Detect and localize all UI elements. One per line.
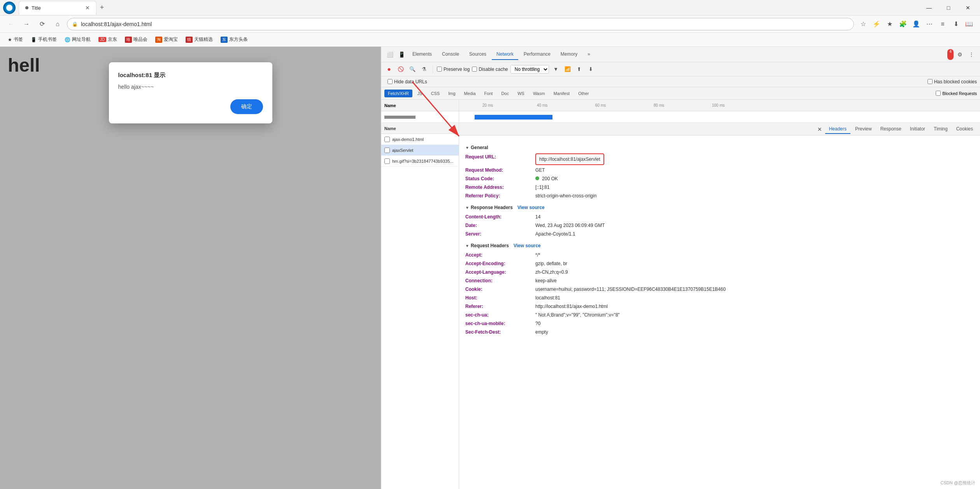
address-text: localhost:81/ajax-demo1.html bbox=[81, 21, 849, 27]
record-button[interactable]: ● bbox=[384, 65, 394, 74]
tab-elements[interactable]: Elements bbox=[408, 49, 437, 60]
devtools-more-icon[interactable]: ⋮ bbox=[966, 49, 977, 60]
clear-button[interactable]: 🚫 bbox=[396, 65, 405, 74]
blocked-requests-checkbox[interactable] bbox=[936, 91, 941, 96]
filter-media[interactable]: Media bbox=[461, 90, 479, 97]
filter-ws[interactable]: WS bbox=[514, 90, 528, 97]
blocked-requests-label[interactable]: Blocked Requests bbox=[936, 91, 977, 96]
request-headers-toggle-icon[interactable]: ▼ bbox=[465, 244, 469, 248]
network-item-ajax-demo[interactable]: ajax-demo1.html bbox=[381, 134, 459, 145]
tab-memory[interactable]: Memory bbox=[556, 49, 582, 60]
import-icon[interactable]: ⬆ bbox=[575, 65, 584, 74]
back-button[interactable]: ← bbox=[5, 18, 17, 30]
throttling-select[interactable]: No throttling bbox=[510, 65, 549, 74]
response-headers-view-source[interactable]: View source bbox=[517, 205, 545, 210]
tick-80ms: 80 ms bbox=[654, 103, 664, 107]
modal-confirm-button[interactable]: 确定 bbox=[230, 99, 263, 114]
export-icon[interactable]: ⬇ bbox=[586, 65, 596, 74]
headers-tab-preview[interactable]: Preview bbox=[851, 125, 876, 134]
filter-wasm[interactable]: Wasm bbox=[529, 90, 549, 97]
filter-img[interactable]: Img bbox=[445, 90, 459, 97]
tab-close-button[interactable]: ✕ bbox=[85, 5, 90, 11]
bookmark-item-star[interactable]: ★ 书签 bbox=[5, 35, 26, 44]
filter-font[interactable]: Font bbox=[481, 90, 496, 97]
bookmark-item-vip[interactable]: 唯 唯品会 bbox=[122, 35, 151, 44]
filter-button[interactable]: ⚗ bbox=[419, 65, 429, 74]
headers-tab-timing[interactable]: Timing bbox=[930, 125, 952, 134]
tab-performance[interactable]: Performance bbox=[519, 49, 555, 60]
tab-sources[interactable]: Sources bbox=[465, 49, 491, 60]
network-item-checkbox[interactable] bbox=[384, 158, 390, 164]
close-button[interactable]: ✕ bbox=[959, 2, 977, 14]
disable-cache-checkbox[interactable] bbox=[472, 67, 477, 72]
response-headers-toggle-icon[interactable]: ▼ bbox=[465, 206, 469, 210]
headers-tab-cookies[interactable]: Cookies bbox=[952, 125, 977, 134]
sidebar-button[interactable]: ≡ bbox=[936, 18, 949, 30]
filter-manifest[interactable]: Manifest bbox=[550, 90, 573, 97]
general-toggle-icon[interactable]: ▼ bbox=[465, 146, 469, 150]
throttle-down-icon[interactable]: ▼ bbox=[551, 65, 561, 74]
referrer-policy-value: strict-origin-when-cross-origin bbox=[535, 192, 974, 199]
bookmark-item-taobao[interactable]: 淘 爱淘宝 bbox=[152, 35, 181, 44]
maximize-button[interactable]: □ bbox=[940, 2, 957, 14]
modal-message: hello ajax~~~~ bbox=[118, 84, 263, 90]
headers-panel-close[interactable]: ✕ bbox=[815, 125, 824, 134]
devtools-inspect-icon[interactable]: ⬜ bbox=[384, 49, 395, 60]
cookie-value: username=huihui; password=111; JSESSIONI… bbox=[535, 286, 974, 293]
user-button[interactable]: 👤 bbox=[910, 18, 922, 30]
bookmark-item-nav[interactable]: 🌐 网址导航 bbox=[61, 35, 94, 44]
headers-tab-response[interactable]: Response bbox=[877, 125, 905, 134]
tab-more[interactable]: » bbox=[583, 49, 595, 60]
devtools-device-icon[interactable]: 📱 bbox=[396, 49, 407, 60]
search-button[interactable]: 🔍 bbox=[408, 65, 417, 74]
forward-button[interactable]: → bbox=[20, 18, 33, 30]
bookmark-item-jd[interactable]: JD 京东 bbox=[95, 35, 120, 44]
preserve-log-checkbox[interactable] bbox=[437, 67, 442, 72]
hide-data-urls-label[interactable]: Hide data URLs bbox=[387, 79, 427, 84]
request-headers-view-source[interactable]: View source bbox=[514, 243, 541, 248]
network-item-checkbox[interactable] bbox=[384, 148, 390, 153]
tab-network[interactable]: Network bbox=[492, 49, 518, 60]
has-blocked-cookies-checkbox[interactable] bbox=[927, 79, 933, 84]
lightning-button[interactable]: ⚡ bbox=[870, 18, 883, 30]
wifi-icon[interactable]: 📶 bbox=[563, 65, 572, 74]
bookmark-icon: 东 bbox=[221, 37, 228, 43]
download-button[interactable]: ⬇ bbox=[950, 18, 962, 30]
bookmark-item-dftt[interactable]: 东 东方头条 bbox=[217, 35, 251, 44]
bookmark-star-button[interactable]: ☆ bbox=[857, 18, 870, 30]
disable-cache-label[interactable]: Disable cache bbox=[472, 67, 508, 72]
headers-tab-initiator[interactable]: Initiator bbox=[906, 125, 929, 134]
filter-css[interactable]: CSS bbox=[428, 90, 444, 97]
headers-tab-headers[interactable]: Headers bbox=[825, 125, 850, 134]
filter-doc[interactable]: Doc bbox=[498, 90, 513, 97]
devtools-settings-icon[interactable]: ⚙ bbox=[954, 49, 965, 60]
reload-button[interactable]: ⟳ bbox=[36, 18, 48, 30]
new-tab-button[interactable]: + bbox=[96, 2, 107, 13]
bookmark-item-mobile[interactable]: 📱 手机书签 bbox=[28, 35, 60, 44]
filter-fetch-xhr[interactable]: Fetch/XHR bbox=[384, 90, 412, 97]
read-button[interactable]: 📖 bbox=[963, 18, 975, 30]
favorite-button[interactable]: ★ bbox=[884, 18, 896, 30]
preserve-log-label[interactable]: Preserve log bbox=[437, 67, 470, 72]
bookmark-item-tmall[interactable]: 猫 天猫精选 bbox=[182, 35, 216, 44]
minimize-button[interactable]: — bbox=[920, 2, 938, 14]
network-item-ajax-servlet[interactable]: ajaxServlet bbox=[381, 145, 459, 156]
hide-data-urls-checkbox[interactable] bbox=[387, 79, 393, 84]
filter-other[interactable]: Other bbox=[575, 90, 593, 97]
extensions-button[interactable]: 🧩 bbox=[897, 18, 909, 30]
address-bar[interactable]: 🔒 localhost:81/ajax-demo1.html bbox=[67, 18, 854, 30]
request-url-label: Request URL: bbox=[465, 153, 535, 160]
network-item-checkbox[interactable] bbox=[384, 137, 390, 142]
settings-button[interactable]: ⋯ bbox=[923, 18, 936, 30]
has-blocked-cookies-label[interactable]: Has blocked cookies bbox=[927, 79, 977, 84]
tab-console[interactable]: Console bbox=[437, 49, 464, 60]
tab-favicon bbox=[25, 6, 28, 9]
accept-encoding-label: Accept-Encoding: bbox=[465, 260, 535, 267]
status-green-dot bbox=[535, 176, 539, 180]
filter-js[interactable]: JS bbox=[414, 90, 426, 97]
sec-ch-ua-mobile-value: ?0 bbox=[535, 320, 974, 327]
network-item-hm-gif[interactable]: hm.gif?si=3b231847743b9335... bbox=[381, 156, 459, 167]
home-button[interactable]: ⌂ bbox=[51, 18, 64, 30]
accept-language-value: zh-CN,zh;q=0.9 bbox=[535, 269, 974, 276]
active-tab[interactable]: Title ✕ bbox=[19, 1, 96, 15]
